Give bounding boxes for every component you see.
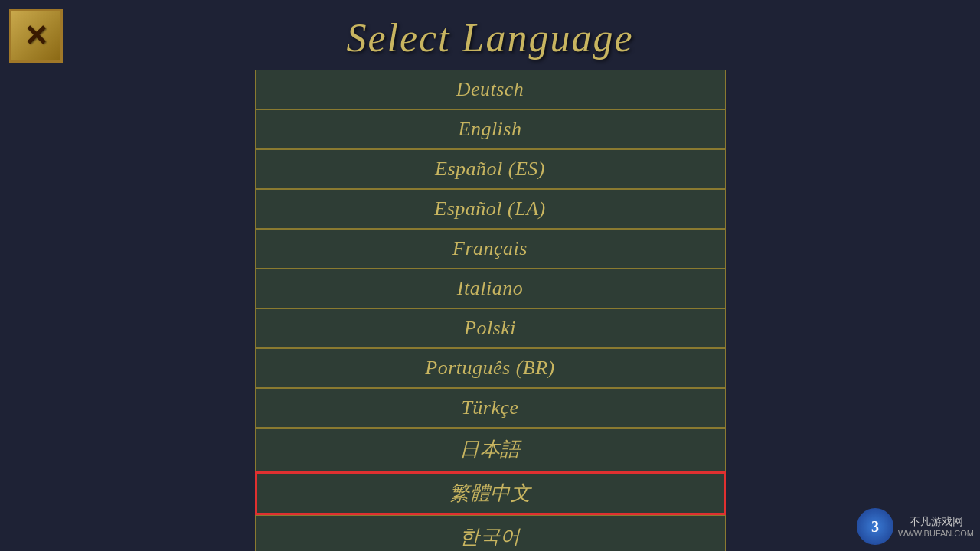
- close-icon: ✕: [24, 21, 48, 51]
- language-list: DeutschEnglishEspañol (ES)Español (LA)Fr…: [255, 70, 726, 551]
- language-item-deutsch[interactable]: Deutsch: [255, 70, 726, 109]
- language-item-türkçe[interactable]: Türkçe: [255, 388, 726, 428]
- watermark-text-block: 不凡游戏网 WWW.BUFAN.COM: [898, 515, 974, 538]
- language-item-日本語[interactable]: 日本語: [255, 428, 726, 471]
- language-item-한국어[interactable]: 한국어: [255, 515, 726, 551]
- language-item-français[interactable]: Français: [255, 229, 726, 269]
- language-item-english[interactable]: English: [255, 109, 726, 149]
- language-item-português-(br)[interactable]: Português (BR): [255, 348, 726, 388]
- close-button[interactable]: ✕: [9, 9, 63, 63]
- language-item-español-(la)[interactable]: Español (LA): [255, 189, 726, 229]
- language-item-polski[interactable]: Polski: [255, 308, 726, 348]
- page-title: Select Language: [346, 15, 633, 60]
- language-item-italiano[interactable]: Italiano: [255, 269, 726, 308]
- watermark: 3 不凡游戏网 WWW.BUFAN.COM: [857, 508, 974, 545]
- watermark-logo: 3: [857, 508, 893, 545]
- language-item-español-(es)[interactable]: Español (ES): [255, 149, 726, 189]
- language-item-繁體中文[interactable]: 繁體中文: [255, 471, 726, 515]
- watermark-site-url: WWW.BUFAN.COM: [898, 529, 974, 538]
- watermark-logo-text: 3: [871, 518, 879, 536]
- watermark-site-name: 不凡游戏网: [910, 515, 963, 529]
